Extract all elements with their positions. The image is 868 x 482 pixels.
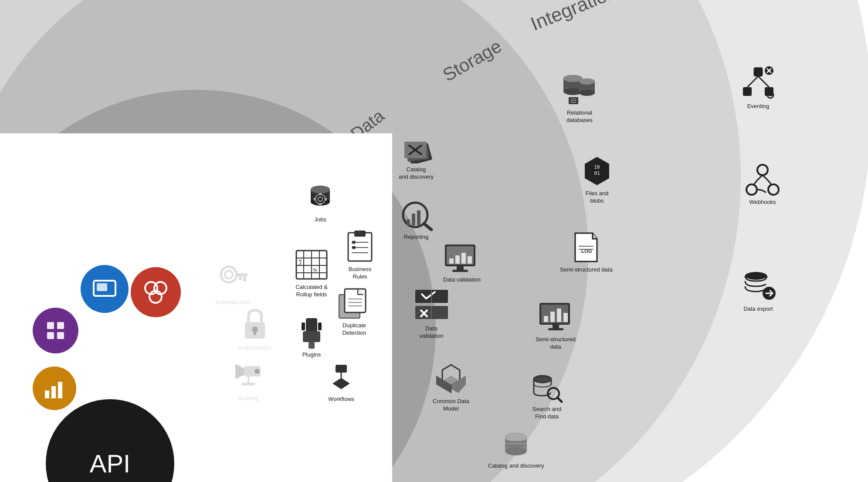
svg-point-12 xyxy=(757,165,768,175)
eventing-label: Eventing xyxy=(741,103,776,110)
svg-line-44 xyxy=(557,397,562,402)
data-validation-item: Datavalidation xyxy=(405,288,458,340)
data-lake-label: Catalog and discovery xyxy=(488,462,544,470)
webhooks-icon xyxy=(745,161,780,196)
files-blobs-label: Files andblobs xyxy=(575,190,619,205)
svg-point-83 xyxy=(311,186,330,193)
svg-line-60 xyxy=(424,224,431,230)
relational-db-item: Relationaldatabases xyxy=(553,72,606,124)
svg-rect-139 xyxy=(97,283,107,291)
svg-rect-65 xyxy=(461,253,466,264)
data-export-label: Data export xyxy=(741,305,776,313)
svg-rect-125 xyxy=(239,276,242,280)
data-export-icon xyxy=(741,268,776,303)
catalog-item: Catalogand discovery xyxy=(390,129,442,181)
svg-point-121 xyxy=(221,267,237,282)
svg-rect-37 xyxy=(557,309,561,322)
svg-point-131 xyxy=(254,369,260,374)
gold-app-circle[interactable] xyxy=(33,367,76,410)
jobs-icon xyxy=(305,183,336,214)
svg-rect-57 xyxy=(407,219,410,225)
search-find-label: Search andFind data xyxy=(521,406,573,421)
svg-rect-113 xyxy=(306,318,317,332)
svg-rect-58 xyxy=(412,214,415,225)
svg-point-21 xyxy=(579,90,595,96)
svg-point-84 xyxy=(315,194,325,204)
business-rules-label: BusinessRules xyxy=(338,266,382,281)
plugins-icon xyxy=(296,316,327,349)
common-data-model-item: Common DataModel xyxy=(425,363,477,413)
webhooks-item: Webhooks xyxy=(745,161,780,206)
modelling-item: Reporting xyxy=(392,198,440,241)
data-validation-label: Datavalidation xyxy=(405,325,458,340)
catalog-label: Catalogand discovery xyxy=(390,166,442,181)
svg-rect-109 xyxy=(345,289,366,312)
log-files-label: Semi-structured data xyxy=(560,266,613,274)
red-app-circle[interactable] xyxy=(131,267,181,317)
auditing-label: Auditing xyxy=(222,395,275,402)
api-label: API xyxy=(90,449,131,478)
gold-app-icon xyxy=(43,377,67,399)
plugins-item: Plugins xyxy=(296,316,327,359)
svg-point-11 xyxy=(768,184,779,195)
eventing-item: Eventing xyxy=(741,65,776,110)
log-files-item: .LOG Semi-structured data xyxy=(560,231,613,274)
search-find-item: Search andFind data xyxy=(521,373,573,421)
svg-line-4 xyxy=(758,76,769,87)
svg-rect-63 xyxy=(449,258,454,264)
svg-rect-118 xyxy=(336,365,347,373)
svg-point-10 xyxy=(746,184,757,195)
svg-rect-117 xyxy=(318,322,322,330)
search-find-icon xyxy=(529,373,564,403)
svg-rect-136 xyxy=(47,332,54,339)
common-data-model-label: Common DataModel xyxy=(425,398,477,413)
data-export-item: Data export xyxy=(741,268,776,313)
svg-rect-89 xyxy=(325,198,327,200)
authorization-item: Authorization xyxy=(227,307,283,352)
log-files-icon: .LOG xyxy=(571,231,601,264)
authorization-icon xyxy=(240,307,270,342)
svg-rect-123 xyxy=(235,273,248,276)
blue-app-circle[interactable] xyxy=(81,265,129,313)
svg-rect-36 xyxy=(550,312,555,322)
svg-point-122 xyxy=(225,271,233,278)
svg-line-3 xyxy=(747,76,758,87)
svg-rect-134 xyxy=(47,322,54,329)
blue-app-icon xyxy=(92,277,118,301)
purple-app-circle[interactable] xyxy=(33,308,78,353)
svg-rect-2 xyxy=(765,87,773,96)
authentication-item: Authentication xyxy=(205,261,261,306)
business-rules-icon xyxy=(345,228,375,263)
calculated-fields-icon: ∑ fx xyxy=(294,248,329,281)
relational-db-label: Relationaldatabases xyxy=(553,109,606,124)
authentication-icon xyxy=(218,261,248,296)
svg-rect-145 xyxy=(58,382,62,398)
data-lake-item: Catalog and discovery xyxy=(488,429,544,470)
duplicate-detection-item: DuplicateDetection xyxy=(330,287,378,337)
files-blobs-icon: 10 01 xyxy=(581,155,614,187)
duplicate-detection-label: DuplicateDetection xyxy=(330,322,378,337)
svg-rect-100 xyxy=(354,231,366,237)
svg-rect-64 xyxy=(455,255,460,264)
common-data-model-icon xyxy=(433,363,470,395)
workflows-item: Workflows xyxy=(326,363,356,403)
data-lake-icon xyxy=(501,429,531,460)
eventing-icon xyxy=(741,65,776,100)
relational-db-icon xyxy=(560,72,599,107)
webhooks-label: Webhooks xyxy=(745,199,780,206)
plugins-label: Plugins xyxy=(296,351,327,359)
svg-rect-137 xyxy=(57,332,64,339)
svg-rect-114 xyxy=(303,331,320,342)
semi-structured-label: Semi-structureddata xyxy=(527,336,584,351)
svg-rect-35 xyxy=(544,316,548,322)
svg-rect-66 xyxy=(468,256,472,264)
svg-rect-67 xyxy=(457,266,464,270)
svg-point-22 xyxy=(579,78,595,85)
svg-point-47 xyxy=(505,447,527,455)
svg-rect-86 xyxy=(319,193,322,195)
svg-rect-88 xyxy=(314,198,316,200)
svg-rect-143 xyxy=(45,390,49,398)
svg-rect-144 xyxy=(51,386,56,398)
svg-marker-119 xyxy=(332,378,350,389)
svg-rect-115 xyxy=(309,342,315,349)
